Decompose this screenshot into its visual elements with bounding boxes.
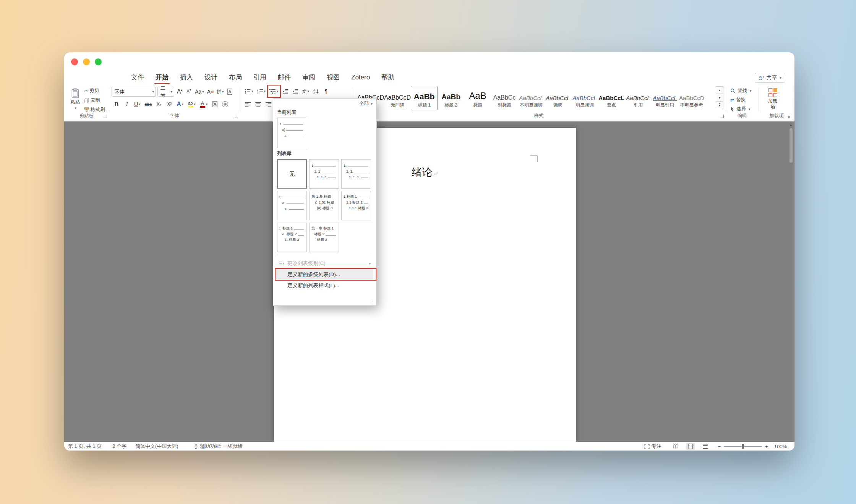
subscript-button[interactable]: X₂ (155, 100, 163, 109)
style-标题 2[interactable]: AaBb标题 2 (438, 86, 464, 110)
zoom-slider[interactable] (724, 446, 762, 447)
copy-button[interactable]: 复制 (84, 97, 100, 103)
gallery-scroll-up-icon[interactable]: ▴ (716, 86, 723, 94)
align-center-button[interactable] (254, 100, 262, 109)
cut-button[interactable]: ✂ 剪切 (84, 87, 99, 94)
language-indicator[interactable]: 简体中文(中国大陆) (135, 443, 178, 450)
styles-dialog-launcher-icon[interactable] (720, 115, 724, 118)
shrink-font-button[interactable]: A▾ (185, 87, 193, 96)
list-library-tile-7[interactable]: 第一章 标题 1标题 2标题 3 (309, 223, 339, 252)
list-library-tile-1[interactable]: 11. 11. 1. 1 (309, 159, 339, 189)
font-color-button[interactable]: A▾ (199, 100, 209, 109)
clear-formatting-button[interactable]: A (206, 87, 214, 96)
enclose-characters-button[interactable]: 字 (221, 100, 229, 109)
list-menu-item-2[interactable]: 定义新的列表样式(L)... (276, 280, 373, 291)
tab-审阅[interactable]: 审阅 (297, 71, 321, 84)
style-标题 1[interactable]: AaBb标题 1 (411, 86, 438, 110)
replace-button[interactable]: ⇄ 替换 (730, 97, 746, 103)
font-name-select[interactable]: 宋体 ▾ (112, 87, 156, 97)
list-library-tile-2[interactable]: 1.1. 1.1. 1. 1. (341, 159, 371, 189)
numbering-button[interactable]: 123 ▾ (256, 87, 267, 96)
style-标题[interactable]: AaB标题 (464, 86, 491, 110)
tab-插入[interactable]: 插入 (174, 71, 199, 84)
style-不明显参考[interactable]: AaBbCcD不明显参考 (678, 86, 705, 110)
bullets-button[interactable]: ▾ (244, 87, 254, 96)
zoom-slider-thumb[interactable] (742, 444, 744, 449)
clipboard-dialog-launcher-icon[interactable] (104, 115, 107, 118)
tab-帮助[interactable]: 帮助 (376, 71, 400, 84)
collapse-ribbon-icon[interactable]: ∧ (787, 114, 791, 120)
style-明显强调[interactable]: AaBbCcL明显强调 (571, 86, 598, 110)
highlight-color-button[interactable]: ab▾ (187, 100, 196, 109)
vertical-scrollbar[interactable]: ▴ (788, 123, 793, 439)
gallery-expand-icon[interactable]: ▾ (716, 102, 723, 109)
list-library-tile-5[interactable]: 1 标题 11.1 标题 21.1.1 标题 3 (341, 191, 371, 220)
minimize-button[interactable] (83, 58, 90, 65)
zoom-out-button[interactable]: − (718, 444, 721, 449)
grow-font-button[interactable]: A▴ (176, 87, 183, 96)
style-副标题[interactable]: AaBbCc副标题 (491, 86, 518, 110)
gallery-scroll-down-icon[interactable]: ▾ (716, 94, 723, 102)
format-painter-button[interactable]: 格式刷 (84, 107, 105, 113)
zoom-in-button[interactable]: + (765, 444, 768, 449)
current-list-tile[interactable]: 1.a)i. (277, 118, 306, 148)
tab-引用[interactable]: 引用 (248, 71, 272, 84)
show-paragraph-marks-button[interactable]: ¶ (322, 87, 330, 96)
tab-视图[interactable]: 视图 (321, 71, 345, 84)
tab-邮件[interactable]: 邮件 (272, 71, 297, 84)
add-ins-button[interactable]: 加载项 (762, 86, 784, 111)
paste-button[interactable]: 粘贴 ▾ (67, 86, 83, 111)
text-effects-button[interactable]: A▾ (176, 100, 184, 109)
scrollbar-thumb[interactable] (790, 128, 793, 163)
select-button[interactable]: 选择 ▾ (730, 106, 751, 112)
close-button[interactable] (71, 58, 78, 65)
list-library-tile-4[interactable]: 第 1 条 标题节 1.01 标题(a) 标题 3 (309, 191, 339, 220)
style-明显引用[interactable]: AaBbCcL明显引用 (652, 86, 678, 110)
read-mode-button[interactable] (671, 443, 680, 450)
document-area[interactable]: 绪论↵ ▴ (64, 121, 794, 442)
page-indicator[interactable]: 第 1 页, 共 1 页 (68, 443, 102, 450)
style-要点[interactable]: AaBbCcL要点 (598, 86, 625, 110)
multilevel-list-button[interactable]: ▾ (269, 87, 279, 96)
change-case-button[interactable]: Aa▾ (194, 87, 205, 96)
italic-button[interactable]: I (123, 100, 131, 109)
superscript-button[interactable]: X² (165, 100, 173, 109)
scroll-up-icon[interactable]: ▴ (790, 123, 792, 127)
sort-button[interactable]: AZ (312, 87, 320, 96)
align-right-button[interactable] (264, 100, 272, 109)
find-button[interactable]: 查找 ▾ (730, 87, 752, 94)
accessibility-status[interactable]: 辅助功能: 一切就绪 (194, 443, 243, 450)
print-layout-button[interactable] (686, 443, 695, 450)
font-size-select[interactable]: 二号 ▾ (157, 87, 174, 97)
font-dialog-launcher-icon[interactable] (235, 115, 238, 118)
bold-button[interactable]: B (113, 100, 120, 109)
increase-indent-button[interactable] (292, 87, 299, 96)
decrease-indent-button[interactable] (282, 87, 289, 96)
tab-设计[interactable]: 设计 (199, 71, 223, 84)
list-menu-item-1[interactable]: 定义新的多级列表(D)... (276, 269, 373, 280)
share-button[interactable]: 共享 ▾ (755, 73, 785, 83)
style-不明显强调[interactable]: AaBbCcL不明显强调 (518, 86, 545, 110)
resize-grip-icon[interactable]: .: (371, 300, 373, 304)
style-无间隔[interactable]: AaBbCcD无间隔 (384, 86, 411, 110)
list-library-tile-0[interactable]: 无 (277, 159, 307, 189)
style-强调[interactable]: AaBbCcL强调 (545, 86, 571, 110)
list-library-tile-6[interactable]: I. 标题 1A. 标题 21. 标题 3 (277, 223, 307, 252)
character-shading-button[interactable]: A (211, 100, 219, 109)
list-library-tile-3[interactable]: I.A.1. (277, 191, 307, 220)
style-引用[interactable]: AaBbCcL引用 (625, 86, 652, 110)
strikethrough-button[interactable]: abc (144, 100, 153, 109)
tab-文件[interactable]: 文件 (125, 71, 150, 84)
tab-Zotero[interactable]: Zotero (345, 71, 376, 84)
zoom-level[interactable]: 100% (774, 444, 787, 449)
underline-button[interactable]: U▾ (133, 100, 141, 109)
web-layout-button[interactable] (701, 443, 710, 450)
word-count[interactable]: 2 个字 (112, 443, 126, 450)
tab-开始[interactable]: 开始 (150, 71, 174, 84)
character-border-button[interactable]: A (226, 87, 234, 96)
focus-mode-button[interactable]: 专注 (644, 443, 661, 450)
tab-布局[interactable]: 布局 (223, 71, 248, 84)
asian-layout-button[interactable]: 文▾ (302, 87, 310, 96)
fullscreen-button[interactable] (95, 58, 102, 65)
phonetic-guide-button[interactable]: 拼▾ (216, 87, 225, 96)
